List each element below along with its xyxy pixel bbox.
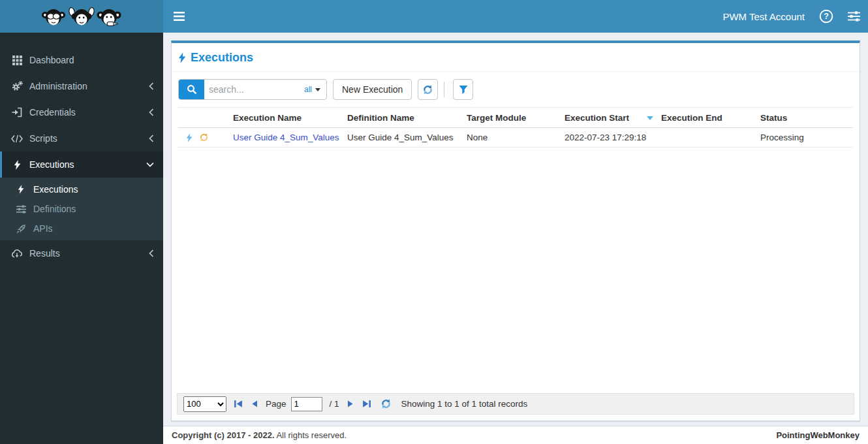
sign-in-icon [10, 107, 24, 118]
navbar: PWM Test Account ? [163, 0, 868, 33]
filter-button[interactable] [453, 79, 473, 100]
rocket-icon [14, 224, 28, 234]
sidebar-item-results[interactable]: Results [0, 240, 163, 266]
column-header-execution-start[interactable]: Execution Start [562, 108, 659, 128]
submenu-item-apis[interactable]: APIs [0, 219, 163, 238]
sidebar-toggle-button[interactable] [163, 0, 195, 33]
copyright-text: Copyright (c) 2017 - 2022. All rights re… [172, 430, 347, 440]
sidebar-item-scripts[interactable]: Scripts [0, 125, 163, 151]
content-area: Executions all [163, 33, 868, 444]
chevron-left-icon [149, 82, 154, 90]
pager-refresh-button[interactable] [380, 398, 392, 409]
gears-icon [10, 81, 24, 91]
footer: Copyright (c) 2017 - 2022. All rights re… [163, 426, 868, 444]
cell-target-module: None [464, 128, 562, 148]
svg-text:?: ? [824, 12, 829, 21]
account-menu[interactable]: PWM Test Account [722, 11, 805, 22]
prev-page-icon [251, 400, 258, 408]
settings-button[interactable] [848, 11, 860, 22]
chevron-left-icon [149, 135, 154, 142]
sliders-icon [848, 11, 860, 22]
cell-execution-name: User Guide 4_Sum_Values [230, 128, 345, 148]
three-monkeys-logo-icon [39, 3, 125, 30]
copyright-years: Copyright (c) 2017 - 2022. [172, 430, 275, 440]
bolt-icon [14, 185, 28, 194]
row-action-cell [178, 128, 230, 148]
table-empty-space [172, 148, 860, 393]
page-total: / 1 [330, 399, 339, 409]
brand-name: PointingWebMonkey [776, 430, 860, 440]
sidebar-item-credentials[interactable]: Credentials [0, 99, 163, 125]
help-icon: ? [819, 9, 833, 24]
refresh-icon [422, 84, 433, 95]
next-page-button[interactable] [347, 400, 354, 408]
new-execution-button[interactable]: New Execution [333, 79, 412, 100]
page-title: Executions [178, 51, 853, 65]
submenu-item-label: Executions [33, 184, 78, 195]
sidebar-item-label: Scripts [29, 133, 57, 144]
logo[interactable] [0, 0, 163, 33]
cloud-download-icon [10, 249, 24, 258]
sidebar-item-administration[interactable]: Administration [0, 73, 163, 99]
submenu-item-label: Definitions [33, 204, 76, 214]
column-header-execution-name[interactable]: Execution Name [230, 108, 345, 128]
column-header-status[interactable]: Status [758, 108, 853, 128]
column-header-target-module[interactable]: Target Module [464, 108, 562, 128]
page-title-text: Executions [191, 51, 253, 65]
sidebar-item-label: Credentials [29, 107, 76, 118]
first-page-icon [234, 400, 243, 408]
code-icon [10, 135, 24, 143]
records-summary: Showing 1 to 1 of 1 total records [401, 399, 528, 409]
sidebar-item-label: Results [29, 248, 60, 259]
execution-name-link[interactable]: User Guide 4_Sum_Values [233, 133, 339, 142]
copyright-rest: All rights reserved. [276, 430, 347, 440]
sliders-icon [14, 205, 28, 214]
submenu-item-definitions[interactable]: Definitions [0, 199, 163, 219]
page-label: Page [266, 399, 287, 409]
last-page-icon [362, 400, 371, 408]
chevron-left-icon [149, 108, 154, 116]
help-button[interactable]: ? [819, 9, 833, 24]
search-scope-dropdown[interactable]: all [304, 85, 326, 94]
chevron-left-icon [149, 249, 154, 257]
column-header-label: Execution Start [565, 113, 629, 123]
toolbar: all New Execution [172, 72, 860, 107]
last-page-button[interactable] [362, 400, 371, 408]
refresh-icon [380, 398, 392, 409]
sidebar-item-executions[interactable]: Executions [0, 151, 163, 178]
page-size-select[interactable]: 100 [183, 396, 226, 412]
column-header-icons [178, 108, 230, 128]
pagination-bar: 100 Page / 1 [177, 393, 854, 415]
filter-icon [459, 85, 468, 95]
cell-execution-end [659, 128, 758, 148]
sidebar-item-dashboard[interactable]: Dashboard [0, 47, 163, 73]
executions-submenu: Executions Definitions [0, 178, 163, 240]
submenu-item-executions[interactable]: Executions [0, 180, 163, 199]
column-header-definition-name[interactable]: Definition Name [345, 108, 464, 128]
execution-bolt-icon[interactable] [186, 133, 193, 142]
processing-spinner-icon[interactable] [199, 133, 209, 142]
bolt-icon [10, 160, 24, 170]
executions-table: Execution Name Definition Name Target Mo… [178, 107, 853, 148]
sidebar-menu: Dashboard Administration [0, 33, 163, 266]
navbar-right: PWM Test Account ? [722, 9, 860, 24]
column-header-execution-end[interactable]: Execution End [659, 108, 758, 128]
page-number-input[interactable] [291, 397, 322, 411]
search-input[interactable] [204, 84, 304, 95]
hamburger-icon [174, 12, 185, 21]
toolbar-divider [444, 82, 444, 97]
next-page-icon [347, 400, 354, 408]
sidebar-item-label: Executions [29, 159, 74, 170]
prev-page-button[interactable] [251, 400, 258, 408]
search-button[interactable] [179, 79, 204, 100]
sidebar-item-label: Dashboard [29, 55, 74, 65]
grid-icon [10, 56, 24, 65]
cell-definition-name: User Guide 4_Sum_Values [345, 128, 464, 148]
table-row[interactable]: User Guide 4_Sum_Values User Guide 4_Sum… [178, 128, 853, 148]
refresh-button[interactable] [418, 79, 438, 100]
cell-status: Processing [758, 128, 853, 148]
first-page-button[interactable] [234, 400, 243, 408]
caret-down-icon [315, 88, 320, 91]
sidebar: Dashboard Administration [0, 33, 163, 444]
sort-desc-icon [647, 116, 653, 120]
